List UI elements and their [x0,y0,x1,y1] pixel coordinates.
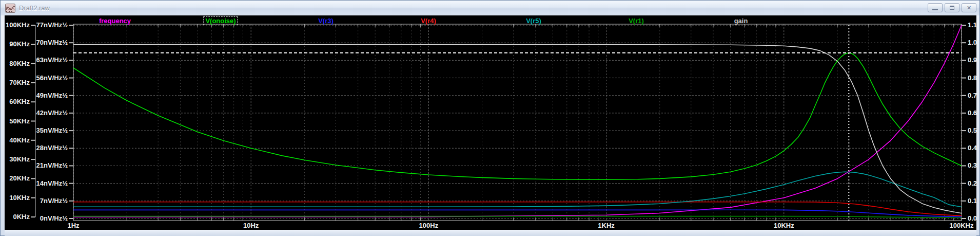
plot-border [73,24,962,221]
gain-axis-label: 0.6 [968,109,976,117]
freq-axis-label: 10KHz [774,222,794,229]
gain-axis-label: 0.4 [968,144,976,152]
gain-axis-label: 0.5 [968,126,976,134]
legend-trace-gain[interactable]: gain [732,16,750,25]
khz-axis-label: 10KHz [9,194,30,202]
legend-trace-vr1[interactable]: V(r1) [626,16,646,25]
khz-axis-label: 60KHz [9,98,30,105]
freq-axis-label: 1KHz [598,222,615,229]
close-button[interactable]: ✕ [962,3,976,12]
trace-vonoise[interactable] [73,53,962,180]
nv-axis-label: 0nV/Hz½ [40,214,68,222]
close-icon: ✕ [967,5,971,11]
khz-axis-label: 80KHz [9,60,30,67]
gain-axis-label: 0.0 [968,214,976,222]
khz-axis-label: 40KHz [9,136,30,144]
gain-axis-label: 0.9 [968,56,976,64]
restore-icon [950,6,954,10]
nv-axis-label: 70nV/Hz½ [36,39,68,46]
plot-pane: frequencyV(onoise)V(r3)V(r4)V(r5)V(r1)ga… [5,15,976,230]
legend-trace-vonoise[interactable]: V(onoise) [203,16,238,25]
nv-axis-label: 35nV/Hz½ [36,126,68,134]
nv-axis-label: 56nV/Hz½ [36,74,68,82]
gain-axis-label: 0.7 [968,92,976,99]
legend-trace-vr3[interactable]: V(r3) [316,16,336,25]
freq-axis-label: 1Hz [67,222,80,229]
minimize-button[interactable] [928,3,943,12]
freq-axis-label: 100KHz [950,222,974,229]
legend-trace-vr5[interactable]: V(r5) [524,16,543,25]
nv-axis-label: 49nV/Hz½ [36,92,68,99]
waveform-viewer-window: Draft2.raw ✕ frequencyV(onoise)V(r3)V(r4… [0,0,980,236]
gain-axis-label: 0.2 [968,179,976,187]
nv-axis-label: 28nV/Hz½ [36,144,68,152]
nv-axis-label: 21nV/Hz½ [36,161,68,169]
nv-axis-label: 14nV/Hz½ [36,179,68,187]
nv-axis-label: 42nV/Hz½ [36,109,68,117]
waveform-app-icon [5,4,15,13]
window-title: Draft2.raw [19,4,50,12]
freq-axis-label: 100Hz [419,222,439,229]
khz-axis-label: 20KHz [9,174,30,182]
trace-gain[interactable] [73,45,962,213]
khz-axis-label: 0KHz [13,213,30,221]
gain-axis-label: 1.0 [968,39,976,46]
legend-trace-frequency[interactable]: frequency [97,16,133,25]
trace-frequency[interactable] [73,25,962,217]
khz-axis-label: 50KHz [9,117,30,125]
nv-axis-label: 63nV/Hz½ [36,56,68,64]
nv-axis-label: 7nV/Hz½ [40,197,68,205]
legend-trace-vr4[interactable]: V(r4) [419,16,438,25]
chart-canvas[interactable]: 100KHz90KHz80KHz70KHz60KHz50KHz40KHz30KH… [5,15,976,230]
freq-axis-label: 10Hz [243,222,259,229]
khz-axis-label: 30KHz [9,155,30,163]
gain-axis-label: 0.3 [968,161,976,169]
trace-legend: frequencyV(onoise)V(r3)V(r4)V(r5)V(r1)ga… [5,16,976,25]
trace-vr4[interactable] [73,202,962,216]
restore-button[interactable] [945,3,959,12]
khz-axis-label: 90KHz [9,40,30,48]
gain-axis-label: 0.1 [968,197,976,205]
minimize-icon [932,9,938,10]
title-bar[interactable]: Draft2.raw ✕ [1,1,979,15]
khz-axis-label: 70KHz [9,79,30,86]
gain-axis-label: 0.8 [968,74,976,82]
window-bottom-frame [5,230,976,236]
